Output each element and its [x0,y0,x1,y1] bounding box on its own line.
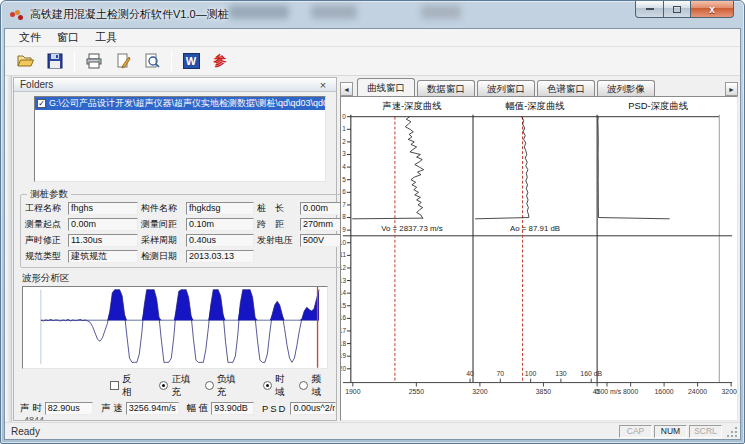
svg-text:声速-深度曲线: 声速-深度曲线 [382,100,441,111]
svg-text:8000: 8000 [623,388,638,395]
caps-lock-indicator: CAP [619,425,652,438]
menu-tools[interactable]: 工具 [87,29,125,46]
svg-text:3200: 3200 [472,388,487,395]
minimize-button[interactable] [635,1,664,18]
print-preview-icon [144,53,160,69]
tab-data-window[interactable]: 数据窗口 [417,80,475,96]
sound-time-label: 声 时 [20,402,42,415]
waveform-plot[interactable] [22,286,328,369]
radio-icon [263,381,272,390]
param-label: 测量起点 [25,218,65,231]
print-button[interactable] [81,49,107,73]
test-date-field[interactable]: 2013.03.13 [186,250,254,263]
svg-text:8: 8 [342,214,346,221]
file-listbox[interactable]: G:\公司产品设计开发\超声仪器\超声仪实地检测数据\测桩\qd\qd03\qd… [34,96,326,181]
folders-panel: Folders × G:\公司产品设计开发\超声仪器\超声仪实地检测数据\测桩\… [13,77,337,421]
toolbar-separator [74,51,75,71]
close-icon: x [709,4,715,15]
svg-text:24000: 24000 [688,388,707,395]
svg-text:14: 14 [341,289,346,296]
curves-chart-area[interactable]: 01234567891011121314151617181920声速-深度曲线1… [340,96,738,421]
svg-text:17: 17 [341,327,346,334]
svg-text:2550: 2550 [409,388,424,395]
svg-text:2: 2 [342,138,346,145]
folders-caption[interactable]: Folders × [14,78,336,92]
tab-wavetrain-image[interactable]: 波列影像 [597,80,655,96]
word-export-button[interactable]: W [178,49,204,73]
tab-scroll-left-icon[interactable]: ◄ [340,82,353,96]
measure-start-field[interactable]: 0.00m [68,218,138,231]
radio-icon [205,381,214,390]
parameters-icon: 参 [214,52,227,70]
svg-text:9: 9 [342,226,346,233]
title-bar[interactable]: 高铁建用混凝土检测分析软件V1.0—测桩 x [1,1,744,28]
component-name-field[interactable]: fhgkdsg [186,202,254,215]
client-area: 文件 窗口 工具 [4,28,741,440]
folders-title: Folders [20,79,316,90]
toolbar: W 参 [5,47,740,76]
maximize-icon [673,6,681,13]
amplitude-field[interactable]: 93.90dB [211,402,254,415]
folders-close-icon[interactable]: × [316,79,330,91]
freq-domain-radio[interactable]: 频域 [299,373,328,399]
open-folder-icon [17,53,35,69]
sample-period-field[interactable]: 0.40us [186,234,254,247]
tab-wavetrain-window[interactable]: 波列窗口 [477,80,535,96]
app-icon [9,8,25,22]
tab-colormap-window[interactable]: 色谱窗口 [537,80,595,96]
param-label: 构件名称 [141,202,183,215]
workspace: Folders × G:\公司产品设计开发\超声仪器\超声仪实地检测数据\测桩\… [5,76,740,422]
checkbox-icon[interactable] [37,99,46,108]
parameters-button[interactable]: 参 [207,49,233,73]
invert-checkbox[interactable]: 反相 [110,373,139,399]
status-message: Ready [11,426,617,437]
svg-text:16: 16 [341,314,346,321]
param-label: 声时修正 [25,234,65,247]
clipped-text: 4844 [24,415,336,420]
svg-text:10: 10 [341,239,346,246]
status-bar: Ready CAP NUM SCRL [5,422,740,439]
tab-curve-window[interactable]: 曲线窗口 [357,78,415,96]
project-name-field[interactable]: fhghs [68,202,138,215]
param-label: 跨 距 [257,218,297,231]
svg-text:0: 0 [595,388,599,395]
file-list-item[interactable]: G:\公司产品设计开发\超声仪器\超声仪实地检测数据\测桩\qd\qd03\qd… [35,97,325,110]
print-setup-button[interactable] [110,49,136,73]
menu-bar: 文件 窗口 工具 [5,29,740,47]
negative-fill-radio[interactable]: 负填充 [205,373,242,399]
tab-scroll-right-icon[interactable]: ► [725,82,738,96]
svg-text:幅值-深度曲线: 幅值-深度曲线 [505,100,564,111]
spec-type-field[interactable]: 建筑规范 [68,250,138,263]
pile-params-title: 测桩参数 [27,188,71,201]
save-button[interactable] [42,49,68,73]
svg-text:7: 7 [342,201,346,208]
sound-time-correction-field[interactable]: 11.30us [68,234,138,247]
maximize-button[interactable] [664,1,691,18]
resize-grip[interactable] [725,425,738,438]
menu-file[interactable]: 文件 [11,29,49,46]
close-button[interactable]: x [691,1,734,18]
scroll-lock-indicator: SCRL [689,425,722,438]
param-label: 工程名称 [25,202,65,215]
measure-interval-field[interactable]: 0.10m [186,218,254,231]
svg-text:1: 1 [342,125,346,132]
time-domain-radio[interactable]: 时域 [263,373,292,399]
printer-icon [85,53,103,69]
window-title: 高铁建用混凝土检测分析软件V1.0—测桩 [30,7,229,22]
print-preview-button[interactable] [139,49,165,73]
sound-time-field[interactable]: 82.90us [45,402,93,415]
param-label: 桩 长 [257,202,297,215]
open-button[interactable] [13,49,39,73]
right-pane: ◄ 曲线窗口 数据窗口 波列窗口 色谱窗口 波列影像 ► 01234567891… [338,76,740,422]
psd-field[interactable]: 0.00us^2/m [290,402,336,415]
positive-fill-radio[interactable]: 正填充 [159,373,196,399]
dock-gripper[interactable] [5,76,12,422]
tab-bar: ◄ 曲线窗口 数据窗口 波列窗口 色谱窗口 波列影像 ► [340,77,738,96]
sound-speed-field[interactable]: 3256.94m/s [126,402,179,415]
svg-text:15: 15 [341,302,346,309]
wave-controls: 反相 正填充 负填充 [110,373,336,399]
radio-icon [159,381,168,390]
menu-window[interactable]: 窗口 [49,29,87,46]
left-pane: Folders × G:\公司产品设计开发\超声仪器\超声仪实地检测数据\测桩\… [5,76,338,422]
svg-text:3: 3 [342,150,346,157]
